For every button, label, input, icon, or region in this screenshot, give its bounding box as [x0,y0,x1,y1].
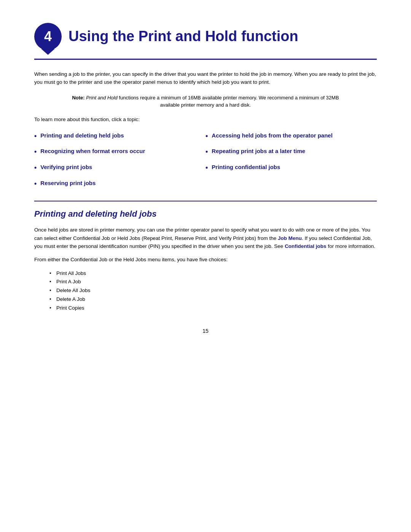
topic-printing-deleting[interactable]: • Printing and deleting held jobs [34,128,206,144]
page: 4 Using the Print and Hold function When… [0,0,411,532]
section-body-1: Once held jobs are stored in printer mem… [34,226,377,250]
topic-repeating-print[interactable]: • Repeating print jobs at a later time [206,144,377,160]
list-item-delete-all: Delete All Jobs [49,286,377,295]
section-body-2: From either the Confidential Job or the … [34,256,377,264]
confidential-jobs-link[interactable]: Confidential jobs [285,243,327,249]
bullet-icon: • [206,164,208,172]
chapter-title: Using the Print and Hold function [68,29,298,45]
topic-link-printing-deleting[interactable]: Printing and deleting held jobs [40,132,124,139]
topics-grid: • Printing and deleting held jobs • Acce… [34,128,377,192]
topics-intro: To learn more about this function, click… [34,117,377,122]
bullet-icon: • [206,148,208,156]
topic-recognizing-format[interactable]: • Recognizing when format errors occur [34,144,206,160]
chapter-header: 4 Using the Print and Hold function [34,23,377,50]
note-label: Note: [72,95,84,101]
section-title: Printing and deleting held jobs [34,209,377,219]
topic-reserving-print[interactable]: • Reserving print jobs [34,176,206,192]
page-number: 15 [34,328,377,334]
topic-link-repeating-print[interactable]: Repeating print jobs at a later time [212,148,305,154]
bullet-icon: • [34,180,37,188]
bullet-icon: • [34,164,37,172]
chapter-underline [34,59,377,60]
list-item-print-copies: Print Copies [49,304,377,313]
intro-paragraph: When sending a job to the printer, you c… [34,70,377,86]
list-item-print-a-job: Print A Job [49,278,377,286]
chapter-number: 4 [44,29,52,45]
topic-link-verifying-print[interactable]: Verifying print jobs [40,164,92,170]
topic-link-recognizing-format[interactable]: Recognizing when format errors occur [40,148,145,154]
bullet-icon: • [206,132,208,141]
topic-printing-confidential[interactable]: • Printing confidential jobs [206,160,377,176]
topic-link-reserving-print[interactable]: Reserving print jobs [40,180,96,186]
section-divider [34,201,377,201]
topic-verifying-print[interactable]: • Verifying print jobs [34,160,206,176]
note-text: functions require a minimum of 16MB avai… [119,95,339,108]
section-list: Print All Jobs Print A Job Delete All Jo… [49,269,377,313]
job-menu-link[interactable]: Job Menu [278,235,302,241]
list-item-delete-a-job: Delete A Job [49,295,377,304]
section-body-1c: for more information. [327,243,375,249]
topic-accessing-held[interactable]: • Accessing held jobs from the operator … [206,128,377,144]
list-item-print-all: Print All Jobs [49,269,377,278]
topic-link-accessing-held[interactable]: Accessing held jobs from the operator pa… [212,132,333,139]
note-box: Note: Print and Hold functions require a… [65,94,346,109]
chapter-badge: 4 [34,23,62,50]
bullet-icon: • [34,132,37,141]
topic-link-printing-confidential[interactable]: Printing confidential jobs [212,164,280,170]
note-italic-text: Print and Hold [86,95,117,101]
bullet-icon: • [34,148,37,156]
